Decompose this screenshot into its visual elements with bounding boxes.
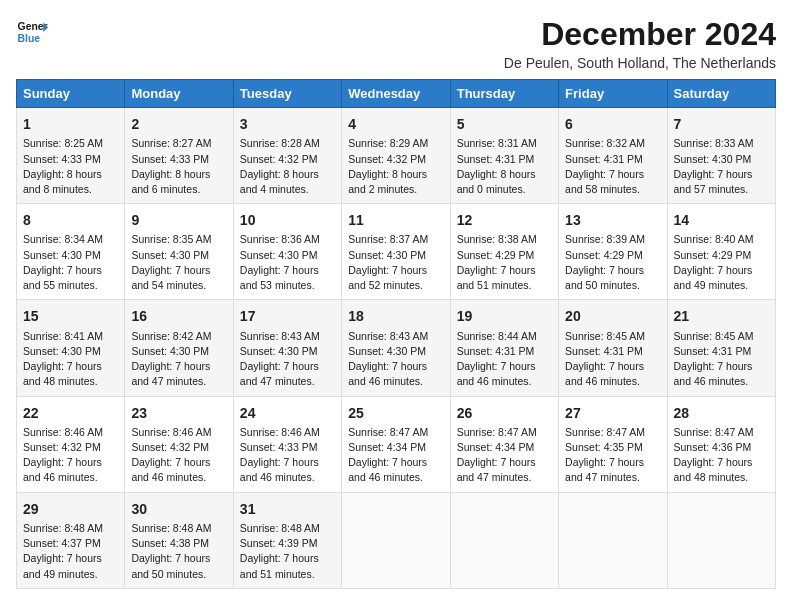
page-subtitle: De Peulen, South Holland, The Netherland… xyxy=(504,55,776,71)
day-info: Sunrise: 8:42 AM Sunset: 4:30 PM Dayligh… xyxy=(131,330,211,388)
calendar-table: SundayMondayTuesdayWednesdayThursdayFrid… xyxy=(16,79,776,589)
day-info: Sunrise: 8:29 AM Sunset: 4:32 PM Dayligh… xyxy=(348,137,428,195)
calendar-cell: 5Sunrise: 8:31 AM Sunset: 4:31 PM Daylig… xyxy=(450,108,558,204)
day-info: Sunrise: 8:46 AM Sunset: 4:32 PM Dayligh… xyxy=(131,426,211,484)
week-row-1: 1Sunrise: 8:25 AM Sunset: 4:33 PM Daylig… xyxy=(17,108,776,204)
day-number: 22 xyxy=(23,403,118,423)
day-number: 25 xyxy=(348,403,443,423)
day-info: Sunrise: 8:31 AM Sunset: 4:31 PM Dayligh… xyxy=(457,137,537,195)
day-number: 30 xyxy=(131,499,226,519)
day-info: Sunrise: 8:48 AM Sunset: 4:38 PM Dayligh… xyxy=(131,522,211,580)
calendar-cell: 31Sunrise: 8:48 AM Sunset: 4:39 PM Dayli… xyxy=(233,492,341,588)
day-number: 18 xyxy=(348,306,443,326)
week-row-3: 15Sunrise: 8:41 AM Sunset: 4:30 PM Dayli… xyxy=(17,300,776,396)
day-number: 15 xyxy=(23,306,118,326)
day-info: Sunrise: 8:39 AM Sunset: 4:29 PM Dayligh… xyxy=(565,233,645,291)
calendar-cell: 25Sunrise: 8:47 AM Sunset: 4:34 PM Dayli… xyxy=(342,396,450,492)
calendar-cell: 16Sunrise: 8:42 AM Sunset: 4:30 PM Dayli… xyxy=(125,300,233,396)
day-info: Sunrise: 8:47 AM Sunset: 4:34 PM Dayligh… xyxy=(348,426,428,484)
day-info: Sunrise: 8:37 AM Sunset: 4:30 PM Dayligh… xyxy=(348,233,428,291)
calendar-cell: 20Sunrise: 8:45 AM Sunset: 4:31 PM Dayli… xyxy=(559,300,667,396)
day-info: Sunrise: 8:28 AM Sunset: 4:32 PM Dayligh… xyxy=(240,137,320,195)
calendar-cell: 13Sunrise: 8:39 AM Sunset: 4:29 PM Dayli… xyxy=(559,204,667,300)
day-info: Sunrise: 8:46 AM Sunset: 4:32 PM Dayligh… xyxy=(23,426,103,484)
day-info: Sunrise: 8:33 AM Sunset: 4:30 PM Dayligh… xyxy=(674,137,754,195)
day-info: Sunrise: 8:43 AM Sunset: 4:30 PM Dayligh… xyxy=(348,330,428,388)
calendar-cell xyxy=(450,492,558,588)
day-info: Sunrise: 8:45 AM Sunset: 4:31 PM Dayligh… xyxy=(674,330,754,388)
calendar-cell xyxy=(342,492,450,588)
page-title: December 2024 xyxy=(504,16,776,53)
calendar-cell: 18Sunrise: 8:43 AM Sunset: 4:30 PM Dayli… xyxy=(342,300,450,396)
day-number: 4 xyxy=(348,114,443,134)
calendar-cell: 9Sunrise: 8:35 AM Sunset: 4:30 PM Daylig… xyxy=(125,204,233,300)
day-number: 24 xyxy=(240,403,335,423)
logo-icon: General Blue xyxy=(16,16,48,48)
calendar-cell: 1Sunrise: 8:25 AM Sunset: 4:33 PM Daylig… xyxy=(17,108,125,204)
calendar-cell xyxy=(667,492,775,588)
calendar-cell: 11Sunrise: 8:37 AM Sunset: 4:30 PM Dayli… xyxy=(342,204,450,300)
day-info: Sunrise: 8:40 AM Sunset: 4:29 PM Dayligh… xyxy=(674,233,754,291)
calendar-cell xyxy=(559,492,667,588)
day-number: 10 xyxy=(240,210,335,230)
calendar-cell: 4Sunrise: 8:29 AM Sunset: 4:32 PM Daylig… xyxy=(342,108,450,204)
calendar-cell: 12Sunrise: 8:38 AM Sunset: 4:29 PM Dayli… xyxy=(450,204,558,300)
day-number: 12 xyxy=(457,210,552,230)
day-number: 5 xyxy=(457,114,552,134)
calendar-cell: 21Sunrise: 8:45 AM Sunset: 4:31 PM Dayli… xyxy=(667,300,775,396)
day-number: 3 xyxy=(240,114,335,134)
svg-text:Blue: Blue xyxy=(18,33,41,44)
calendar-cell: 8Sunrise: 8:34 AM Sunset: 4:30 PM Daylig… xyxy=(17,204,125,300)
calendar-cell: 3Sunrise: 8:28 AM Sunset: 4:32 PM Daylig… xyxy=(233,108,341,204)
day-number: 28 xyxy=(674,403,769,423)
column-header-tuesday: Tuesday xyxy=(233,80,341,108)
title-area: December 2024 De Peulen, South Holland, … xyxy=(504,16,776,71)
day-number: 9 xyxy=(131,210,226,230)
day-number: 17 xyxy=(240,306,335,326)
week-row-2: 8Sunrise: 8:34 AM Sunset: 4:30 PM Daylig… xyxy=(17,204,776,300)
day-info: Sunrise: 8:35 AM Sunset: 4:30 PM Dayligh… xyxy=(131,233,211,291)
day-info: Sunrise: 8:44 AM Sunset: 4:31 PM Dayligh… xyxy=(457,330,537,388)
day-info: Sunrise: 8:46 AM Sunset: 4:33 PM Dayligh… xyxy=(240,426,320,484)
calendar-cell: 24Sunrise: 8:46 AM Sunset: 4:33 PM Dayli… xyxy=(233,396,341,492)
calendar-header-row: SundayMondayTuesdayWednesdayThursdayFrid… xyxy=(17,80,776,108)
day-number: 21 xyxy=(674,306,769,326)
day-number: 2 xyxy=(131,114,226,134)
day-info: Sunrise: 8:45 AM Sunset: 4:31 PM Dayligh… xyxy=(565,330,645,388)
day-number: 1 xyxy=(23,114,118,134)
column-header-thursday: Thursday xyxy=(450,80,558,108)
calendar-cell: 27Sunrise: 8:47 AM Sunset: 4:35 PM Dayli… xyxy=(559,396,667,492)
day-info: Sunrise: 8:47 AM Sunset: 4:35 PM Dayligh… xyxy=(565,426,645,484)
day-number: 7 xyxy=(674,114,769,134)
calendar-cell: 23Sunrise: 8:46 AM Sunset: 4:32 PM Dayli… xyxy=(125,396,233,492)
day-info: Sunrise: 8:47 AM Sunset: 4:34 PM Dayligh… xyxy=(457,426,537,484)
day-number: 20 xyxy=(565,306,660,326)
calendar-cell: 19Sunrise: 8:44 AM Sunset: 4:31 PM Dayli… xyxy=(450,300,558,396)
day-info: Sunrise: 8:25 AM Sunset: 4:33 PM Dayligh… xyxy=(23,137,103,195)
week-row-4: 22Sunrise: 8:46 AM Sunset: 4:32 PM Dayli… xyxy=(17,396,776,492)
day-number: 11 xyxy=(348,210,443,230)
calendar-cell: 10Sunrise: 8:36 AM Sunset: 4:30 PM Dayli… xyxy=(233,204,341,300)
day-info: Sunrise: 8:48 AM Sunset: 4:39 PM Dayligh… xyxy=(240,522,320,580)
calendar-cell: 29Sunrise: 8:48 AM Sunset: 4:37 PM Dayli… xyxy=(17,492,125,588)
day-number: 8 xyxy=(23,210,118,230)
day-info: Sunrise: 8:43 AM Sunset: 4:30 PM Dayligh… xyxy=(240,330,320,388)
day-number: 31 xyxy=(240,499,335,519)
day-number: 6 xyxy=(565,114,660,134)
calendar-cell: 28Sunrise: 8:47 AM Sunset: 4:36 PM Dayli… xyxy=(667,396,775,492)
week-row-5: 29Sunrise: 8:48 AM Sunset: 4:37 PM Dayli… xyxy=(17,492,776,588)
column-header-saturday: Saturday xyxy=(667,80,775,108)
header: General Blue December 2024 De Peulen, So… xyxy=(16,16,776,71)
day-number: 14 xyxy=(674,210,769,230)
column-header-monday: Monday xyxy=(125,80,233,108)
column-header-sunday: Sunday xyxy=(17,80,125,108)
day-info: Sunrise: 8:38 AM Sunset: 4:29 PM Dayligh… xyxy=(457,233,537,291)
calendar-cell: 22Sunrise: 8:46 AM Sunset: 4:32 PM Dayli… xyxy=(17,396,125,492)
day-number: 27 xyxy=(565,403,660,423)
calendar-body: 1Sunrise: 8:25 AM Sunset: 4:33 PM Daylig… xyxy=(17,108,776,589)
calendar-cell: 14Sunrise: 8:40 AM Sunset: 4:29 PM Dayli… xyxy=(667,204,775,300)
logo: General Blue xyxy=(16,16,48,48)
day-number: 19 xyxy=(457,306,552,326)
day-info: Sunrise: 8:48 AM Sunset: 4:37 PM Dayligh… xyxy=(23,522,103,580)
calendar-cell: 2Sunrise: 8:27 AM Sunset: 4:33 PM Daylig… xyxy=(125,108,233,204)
